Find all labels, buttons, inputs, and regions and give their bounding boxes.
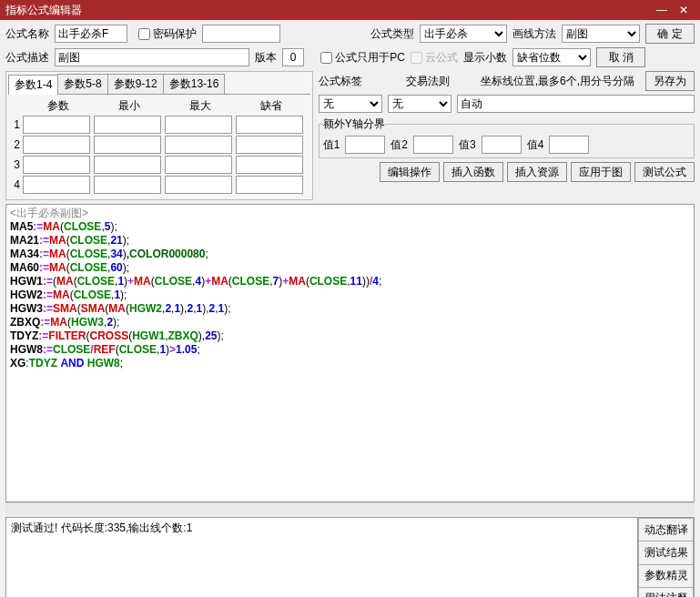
traderule-select[interactable]: 无 xyxy=(388,95,451,113)
p3-def[interactable] xyxy=(236,156,303,174)
p1-name[interactable] xyxy=(23,116,90,134)
p1-max[interactable] xyxy=(165,116,232,134)
p2-max[interactable] xyxy=(165,136,232,154)
p4-min[interactable] xyxy=(94,176,161,194)
p3-name[interactable] xyxy=(23,156,90,174)
cancel-button[interactable]: 取 消 xyxy=(596,47,645,67)
p4-def[interactable] xyxy=(236,176,303,194)
p4-name[interactable] xyxy=(23,176,90,194)
tag-label: 公式标签 xyxy=(319,74,362,89)
tab-params-5-8[interactable]: 参数5-8 xyxy=(57,74,107,94)
decimals-select[interactable]: 缺省位数 xyxy=(512,48,591,66)
desc-label: 公式描述 xyxy=(5,50,49,66)
usage-note-button[interactable]: 用法注释 xyxy=(638,588,694,597)
drawmethod-label: 画线方法 xyxy=(512,26,556,42)
test-formula-button[interactable]: 测试公式 xyxy=(634,162,695,182)
coord-hint-label: 坐标线位置,最多6个,用分号分隔 xyxy=(481,74,634,89)
insert-res-button[interactable]: 插入资源 xyxy=(507,162,567,182)
param-col-def: 缺省 xyxy=(236,98,307,114)
type-label: 公式类型 xyxy=(370,26,414,42)
desc-input[interactable] xyxy=(55,48,249,66)
hscrollbar[interactable] xyxy=(5,502,695,515)
cloud-checkbox xyxy=(411,52,422,64)
p1-min[interactable] xyxy=(94,116,161,134)
yaxis-v4[interactable] xyxy=(549,136,589,154)
p1-def[interactable] xyxy=(236,116,303,134)
name-label: 公式名称 xyxy=(5,26,49,42)
pwd-protect-label[interactable]: 密码保护 xyxy=(138,26,197,42)
pc-only-checkbox[interactable] xyxy=(320,52,332,64)
version-label: 版本 xyxy=(255,50,277,66)
tab-params-9-12[interactable]: 参数9-12 xyxy=(107,74,164,94)
save-as-button[interactable]: 另存为 xyxy=(645,71,695,91)
yaxis-legend: 额外Y轴分界 xyxy=(323,116,385,132)
p4-max[interactable] xyxy=(165,176,232,194)
cloud-label: 云公式 xyxy=(411,50,458,66)
p3-max[interactable] xyxy=(165,156,232,174)
window-title: 指标公式编辑器 xyxy=(5,3,651,18)
coord-input[interactable] xyxy=(457,95,695,113)
traderule-label: 交易法则 xyxy=(406,74,450,89)
apply-fig-button[interactable]: 应用于图 xyxy=(571,162,631,182)
edit-op-button[interactable]: 编辑操作 xyxy=(380,162,440,182)
p3-min[interactable] xyxy=(94,156,161,174)
tab-params-1-4[interactable]: 参数1-4 xyxy=(8,75,58,95)
decimals-label: 显示小数 xyxy=(463,50,507,66)
status-output: 测试通过! 代码长度:335,输出线个数:1 xyxy=(6,518,637,597)
p2-def[interactable] xyxy=(236,136,303,154)
yaxis-v2[interactable] xyxy=(413,136,453,154)
insert-fn-button[interactable]: 插入函数 xyxy=(443,162,503,182)
yaxis-v3[interactable] xyxy=(482,136,522,154)
version-input[interactable] xyxy=(282,48,304,66)
ok-button[interactable]: 确 定 xyxy=(645,24,695,44)
pwd-input[interactable] xyxy=(202,25,280,43)
param-col-max: 最大 xyxy=(165,98,236,114)
param-col-name: 参数 xyxy=(23,98,94,114)
tag-select[interactable]: 无 xyxy=(319,95,382,113)
yaxis-v1[interactable] xyxy=(345,136,385,154)
code-editor[interactable]: <出手必杀副图>MA5:=MA(CLOSE,5);MA21:=MA(CLOSE,… xyxy=(5,204,695,502)
p2-name[interactable] xyxy=(23,136,90,154)
close-icon[interactable]: ✕ xyxy=(673,4,695,16)
param-wizard-button[interactable]: 参数精灵 xyxy=(638,565,694,588)
formula-type-select[interactable]: 出手必杀 xyxy=(420,25,507,43)
draw-method-select[interactable]: 副图 xyxy=(562,25,640,43)
tab-params-13-16[interactable]: 参数13-16 xyxy=(163,74,226,94)
test-result-button[interactable]: 测试结果 xyxy=(638,541,694,564)
minimize-icon[interactable]: — xyxy=(651,4,673,16)
dyn-translate-button[interactable]: 动态翻译 xyxy=(638,518,694,541)
pwd-checkbox[interactable] xyxy=(138,28,150,40)
formula-name-input[interactable] xyxy=(55,25,127,43)
pc-only-label[interactable]: 公式只用于PC xyxy=(320,50,405,66)
p2-min[interactable] xyxy=(94,136,161,154)
param-col-min: 最小 xyxy=(94,98,165,114)
